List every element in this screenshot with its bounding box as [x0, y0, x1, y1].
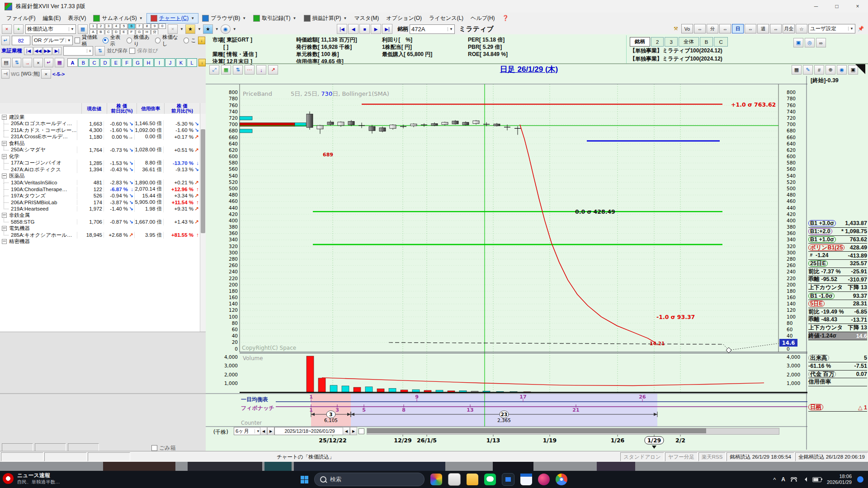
stock-row[interactable]: 177A:コージンバイオ1,285-1.53 %↘8.80 倍-13.70 %↓ — [0, 160, 200, 167]
period-button-週[interactable]: 週 — [757, 24, 769, 33]
list-tab-J[interactable]: J — [165, 58, 175, 67]
list-tab-D[interactable]: D — [100, 58, 110, 67]
save-down-icon2[interactable]: ↓ — [198, 59, 206, 66]
period-button-☆[interactable]: ☆ — [796, 24, 807, 33]
wrench-icon[interactable]: ⚒ — [671, 24, 680, 33]
info-tab-C[interactable]: C — [714, 37, 727, 47]
close-button[interactable]: × — [847, 0, 868, 13]
symbol-nav-1[interactable]: ◀ — [348, 24, 359, 34]
explorer-app-icon[interactable] — [467, 474, 478, 485]
price-load-combo[interactable]: 株価読込市▼ — [25, 24, 76, 34]
page-digit-4[interactable]: 4 — [113, 23, 120, 29]
zoom-icon[interactable]: ⊕ — [826, 65, 835, 75]
column-header-1[interactable]: 現在値 — [82, 103, 107, 114]
notification-icon[interactable] — [857, 476, 863, 483]
page-digit-9[interactable]: 9 — [151, 23, 158, 29]
stock-row[interactable]: 250A:シマダヤ1,764-0.73 %↘1,028.00 倍+0.51 %↗ — [0, 147, 200, 154]
print-icon[interactable]: ▤ — [1, 58, 11, 67]
start-button[interactable] — [301, 476, 308, 483]
list-tab-E[interactable]: E — [111, 58, 121, 67]
period-button-⇔[interactable]: ⇔ — [770, 24, 782, 33]
binoculars-icon[interactable]: ∞ — [816, 38, 826, 47]
store-app-icon[interactable] — [502, 473, 514, 486]
sector-group-row[interactable]: 食料品 — [0, 140, 200, 147]
symbol-nav-4[interactable]: ▶| — [382, 24, 392, 34]
sector-group-row[interactable]: 電気機器 — [0, 225, 200, 232]
window-app-icon[interactable] — [448, 473, 461, 486]
menu-item-4[interactable]: サムネイル(S)▼ — [90, 14, 146, 23]
taishaku-checkbox[interactable] — [75, 38, 80, 43]
list-tab-I[interactable]: I — [154, 58, 165, 67]
tray-chevron-icon[interactable]: ^ — [773, 476, 776, 483]
page-digit-7[interactable]: 7 — [136, 23, 143, 29]
sector-group-row[interactable]: 精密機器 — [0, 239, 200, 245]
help-icon[interactable]: ❓ — [499, 14, 513, 22]
period-button-⇔[interactable]: ⇔ — [694, 24, 706, 33]
chart-save-icon[interactable]: ⤢ — [209, 65, 219, 75]
info-tab-3[interactable]: 3 — [665, 37, 677, 47]
page-digit-5[interactable]: 5 — [120, 23, 127, 29]
menu-item-1[interactable]: ファイル(F) — [3, 14, 39, 23]
symbol-code-combo[interactable]: 472A▼ — [410, 24, 455, 34]
list-tab-F[interactable]: F — [122, 58, 132, 67]
menu-item-9[interactable]: マスタ(M) — [350, 14, 382, 23]
wifi-icon[interactable] — [791, 477, 797, 482]
chrome-app-icon[interactable] — [556, 474, 567, 485]
media-app-icon[interactable] — [538, 474, 550, 485]
info-tab-全体[interactable]: 全体 — [679, 37, 699, 47]
jump2-icon[interactable]: ▦ — [55, 58, 64, 67]
detach-icon[interactable]: ⊣ — [1, 69, 9, 79]
column-header-3[interactable]: 信用倍率 — [137, 103, 165, 114]
collapse-icon[interactable] — [2, 115, 7, 120]
crosshair-icon[interactable]: # — [814, 65, 824, 75]
page-digit-2[interactable]: 2 — [97, 23, 104, 29]
sector-group-row[interactable]: 化学 — [0, 153, 200, 160]
period-button-日[interactable]: 日 — [732, 24, 744, 33]
photos-app-icon[interactable] — [430, 474, 442, 485]
maximize-button[interactable]: □ — [826, 0, 847, 13]
symbol-nav-0[interactable]: |◀ — [337, 24, 347, 34]
pane-layout-icon[interactable]: ▦ — [792, 65, 802, 75]
sector-group-row[interactable]: 非鉄金属 — [0, 212, 200, 219]
move-icon[interactable]: → — [23, 58, 32, 67]
collapse-icon[interactable] — [2, 226, 7, 231]
stock-row[interactable]: 211A:カドス・コーポレー…4,300-1.60 %↘1,092.00 倍-1… — [0, 127, 200, 134]
target-icon[interactable]: ◎ — [805, 38, 815, 47]
radio-all[interactable] — [103, 38, 108, 43]
clear-list-icon[interactable]: × — [33, 58, 43, 67]
stock-row[interactable]: 205A:ロゴスホールディ…1,663-0.60 %↘1,146.50 倍-5.… — [0, 121, 200, 127]
group-combo[interactable]: OR グループ▼ — [32, 36, 73, 45]
search-box[interactable]: 検索 — [314, 473, 425, 486]
collapse-icon[interactable] — [2, 239, 7, 244]
chart-hscrollbar[interactable] — [367, 428, 779, 435]
collapse-icon[interactable] — [2, 141, 7, 146]
stock-row[interactable]: 206A:PRISMBioLab174-3.87 %↘5,905.00 倍+11… — [0, 199, 200, 206]
sector-nav-3[interactable]: ▶| — [52, 47, 61, 55]
list-tab-H[interactable]: H — [143, 58, 154, 67]
pin-icon[interactable]: 📌 — [856, 24, 865, 33]
span-combo[interactable]: 6ヶ月▼ — [234, 427, 262, 435]
menu-item-3[interactable]: 表示(V) — [64, 14, 90, 23]
menu-item-12[interactable]: ヘルプ(H) — [467, 14, 499, 23]
period-button-⇔[interactable]: ⇔ — [719, 24, 731, 33]
sort-icon[interactable]: ⇅ — [95, 46, 105, 56]
add-list-icon[interactable]: + — [14, 24, 24, 34]
list-tab-B[interactable]: B — [78, 58, 89, 67]
info-tab-B[interactable]: B — [700, 37, 713, 47]
radio-has-price[interactable] — [127, 38, 132, 43]
save-sort-checkbox[interactable] — [129, 48, 135, 54]
radio-etc[interactable] — [184, 38, 189, 43]
jump1-icon[interactable]: ↵ — [44, 58, 54, 67]
menu-item-10[interactable]: オプション(O) — [382, 14, 425, 23]
menu-item-11[interactable]: ライセンス(L) — [425, 14, 467, 23]
load-icon[interactable]: ↵ — [1, 36, 10, 45]
range-label[interactable]: <-5-> — [52, 71, 65, 77]
page-digit-1[interactable]: 1 — [90, 23, 97, 29]
volume-icon[interactable] — [802, 477, 807, 482]
menu-item-5[interactable]: チャート(C)▼ — [146, 13, 198, 23]
list-tab-G[interactable]: G — [132, 58, 143, 67]
list-tab-A[interactable]: A — [67, 58, 78, 67]
news-widget[interactable]: ニュース速報 自民、単独過半数… — [3, 472, 102, 485]
prev-icon[interactable]: ◀ — [260, 427, 267, 435]
list-tab-C[interactable]: C — [89, 58, 99, 67]
